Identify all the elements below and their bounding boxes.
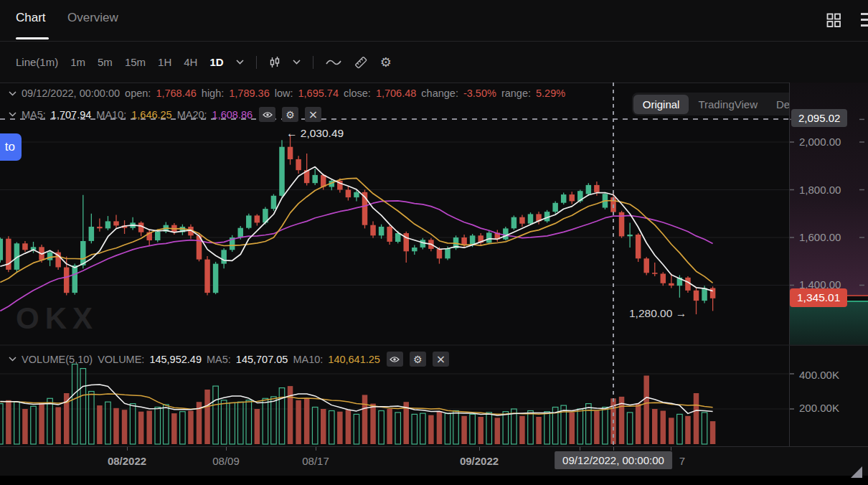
volume-indicator-title: VOLUME(5,10) (22, 354, 93, 365)
eye-visibility-icon[interactable] (259, 107, 275, 122)
time-tick-label: 09/2022 (460, 455, 499, 467)
price-tick-label: 1,800.00 (799, 184, 841, 196)
high-label: high: (202, 88, 224, 99)
ma5-label: MA5: (22, 109, 46, 121)
indicator-settings-gear-icon[interactable]: ⚙ (282, 107, 298, 122)
time-axis-tick (580, 447, 580, 451)
time-axis-tick (479, 447, 480, 451)
trading-chart-app: Chart Overview Line(1m) 1m 5m 15m 1H 4H … (0, 0, 868, 485)
range-value: 5.29% (536, 88, 565, 99)
close-indicator-icon[interactable]: × (305, 107, 321, 122)
price-tick-label: 2,000.00 (799, 136, 841, 148)
time-axis-tick (316, 447, 316, 451)
chevron-down-icon[interactable] (9, 357, 16, 362)
volume-label: VOLUME: (98, 354, 144, 365)
time-tick-label: 08/17 (302, 455, 329, 467)
auto-button-clipped[interactable]: to (0, 133, 22, 161)
volume-tick-label: 200.00K (799, 402, 839, 414)
time-axis-tick (127, 447, 128, 451)
chevron-down-icon[interactable] (9, 112, 16, 117)
open-value: 1,768.46 (156, 88, 196, 99)
crosshair-vertical-line (613, 83, 614, 446)
ma10-label: MA10: (96, 109, 126, 121)
time-axis-tick (613, 447, 614, 451)
eye-visibility-icon[interactable] (387, 352, 403, 367)
close-value: 1,706.48 (376, 88, 416, 99)
volume-info-row: VOLUME(5,10) VOLUME: 145,952.49 MA5: 145… (9, 352, 449, 367)
ma20-label: MA20: (177, 109, 207, 121)
change-label: change: (421, 88, 458, 99)
range-label: range: (501, 88, 531, 99)
peak-price-annotation: ← 2,030.49 (286, 127, 344, 140)
low-label: low: (275, 88, 293, 99)
close-label: close: (344, 88, 371, 99)
ma5-value: 1,707.94 (51, 109, 91, 121)
close-indicator-icon[interactable]: × (433, 352, 449, 367)
last-price-badge: 1,345.01 (790, 288, 847, 307)
change-value: -3.50% (463, 88, 496, 99)
low-value: 1,695.74 (298, 88, 339, 99)
time-axis-tick (671, 447, 671, 451)
trough-price-annotation: 1,280.00 → (629, 307, 687, 320)
volume-value: 145,952.49 (149, 354, 202, 365)
candle-datetime: 09/12/2022, 00:00:00 (22, 88, 120, 99)
open-label: open: (125, 88, 151, 99)
indicator-settings-gear-icon[interactable]: ⚙ (410, 352, 426, 367)
vol-ma5-label: MA5: (207, 354, 231, 365)
time-axis-tick (226, 447, 227, 451)
chevron-down-icon[interactable] (9, 91, 16, 96)
ohlc-info-row: 09/12/2022, 00:00:00 open: 1,768.46 high… (9, 88, 565, 99)
alert-price-badge[interactable]: 2,095.02 (791, 109, 847, 127)
time-tick-label: 7 (679, 455, 685, 467)
vol-ma10-label: MA10: (293, 354, 323, 365)
crosshair-time-badge: 09/12/2022, 00:00:00 (555, 451, 672, 469)
time-tick-label: 08/2022 (108, 455, 146, 467)
chart-canvas[interactable] (0, 0, 868, 485)
resize-handle-icon[interactable] (851, 466, 862, 478)
bottom-strip (0, 476, 868, 485)
ma10-value: 1,646.25 (131, 109, 171, 121)
high-value: 1,789.36 (229, 88, 269, 99)
volume-tick-label: 400.00K (799, 369, 839, 381)
ma20-value: 1,608.86 (212, 109, 253, 121)
vol-ma5-value: 145,707.05 (236, 354, 288, 365)
ma-info-row: MA5: 1,707.94 MA10: 1,646.25 MA20: 1,608… (9, 107, 321, 122)
time-axis[interactable]: 08/2022 08/09 08/17 09/2022 7 09/12/2022… (0, 446, 868, 476)
time-tick-label: 08/09 (212, 455, 240, 467)
price-tick-label: 1,600.00 (799, 231, 841, 243)
vol-ma10-value: 140,641.25 (328, 354, 380, 365)
